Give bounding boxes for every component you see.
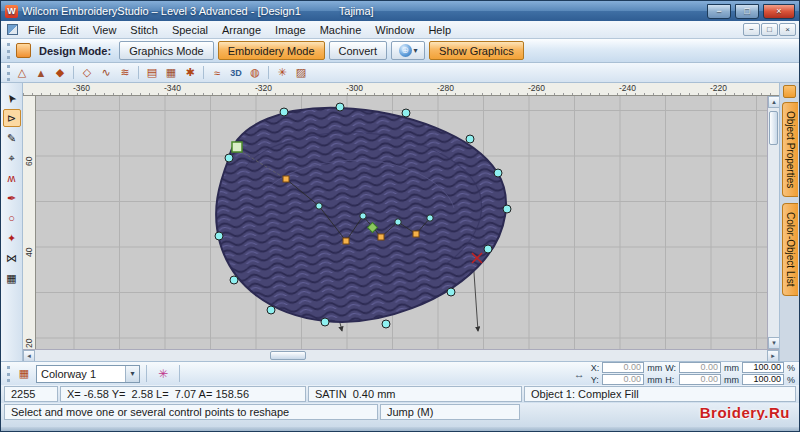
star-tool-button[interactable]: ✦: [3, 229, 21, 247]
vertical-scroll-thumb[interactable]: [769, 111, 778, 145]
color-wheel-icon[interactable]: ✳: [153, 365, 173, 383]
w-label: W:: [665, 363, 676, 373]
colorway-dropdown-button[interactable]: ▾: [125, 366, 139, 382]
menu-edit[interactable]: Edit: [53, 22, 86, 38]
x-field[interactable]: 0.00: [602, 362, 644, 373]
toolbar-separator: [268, 66, 269, 79]
tab-color-object-list[interactable]: Color-Object List: [782, 203, 798, 295]
application-window: W Wilcom EmbroideryStudio – Level 3 Adva…: [0, 0, 800, 432]
scale-x-unit: %: [787, 363, 795, 373]
menu-file[interactable]: File: [21, 22, 53, 38]
mdi-minimize-button[interactable]: −: [743, 23, 760, 36]
ruler-tick: -320: [255, 83, 272, 93]
satin-stitch-icon[interactable]: ▤: [143, 65, 161, 81]
menu-machine[interactable]: Machine: [313, 22, 369, 38]
convert-button[interactable]: Convert: [329, 41, 388, 60]
app-logo-icon: W: [5, 5, 18, 18]
title-bar[interactable]: W Wilcom EmbroideryStudio – Level 3 Adva…: [1, 1, 799, 21]
horizontal-scroll-track[interactable]: [35, 350, 767, 361]
menu-help[interactable]: Help: [421, 22, 458, 38]
menu-image[interactable]: Image: [268, 22, 313, 38]
contour-stitch-icon[interactable]: ≈: [208, 65, 226, 81]
vertical-scrollbar[interactable]: ▴ ▾: [767, 96, 779, 349]
horizontal-scrollbar[interactable]: ◂ ▸: [23, 349, 779, 361]
pencil-tool-button[interactable]: ✎: [3, 129, 21, 147]
design-canvas[interactable]: [36, 96, 767, 349]
ellipse-tool-button[interactable]: ○: [3, 209, 21, 227]
embroidery-mode-button[interactable]: Embroidery Mode: [218, 41, 325, 60]
horizontal-scroll-thumb[interactable]: [270, 351, 306, 360]
pen-tool-button[interactable]: ✒: [3, 189, 21, 207]
close-button[interactable]: ×: [763, 4, 795, 19]
fancy-fill-icon[interactable]: ▨: [292, 65, 310, 81]
document-icon[interactable]: [7, 24, 18, 35]
toolbar-separator: [138, 66, 139, 79]
thread-colors-icon[interactable]: ▦: [15, 366, 33, 382]
stitch-count: 2255: [4, 386, 58, 402]
scale-y-unit: %: [787, 375, 795, 385]
stitch-type-info: SATIN 0.40 mm: [308, 386, 522, 402]
reshape-tool-button[interactable]: ⊳: [3, 109, 21, 127]
menu-arrange[interactable]: Arrange: [215, 22, 268, 38]
toolbar-grip[interactable]: [7, 366, 10, 382]
design-graphics: [36, 96, 767, 349]
show-graphics-button[interactable]: Show Graphics: [429, 41, 524, 60]
mdi-restore-button[interactable]: □: [761, 23, 778, 36]
scale-y-field[interactable]: 100.00: [742, 374, 784, 385]
menu-window[interactable]: Window: [368, 22, 421, 38]
stitch-toolbar-grip[interactable]: [7, 65, 10, 81]
menu-stitch[interactable]: Stitch: [123, 22, 165, 38]
tab-object-properties[interactable]: Object Properties: [782, 102, 798, 197]
scale-x-field[interactable]: 100.00: [742, 362, 784, 373]
x-label: X:: [591, 363, 600, 373]
h-label: H:: [665, 375, 676, 385]
watermark-text: Broidery.Ru: [700, 404, 790, 420]
triple-run-icon[interactable]: ≋: [116, 65, 134, 81]
complex-fill-icon[interactable]: ◇: [78, 65, 96, 81]
mode-toolbar: Design Mode: Graphics Mode Embroidery Mo…: [1, 39, 799, 63]
trapunto-icon[interactable]: ◍: [246, 65, 264, 81]
menu-special[interactable]: Special: [165, 22, 215, 38]
toolbar-separator: [179, 365, 180, 382]
grid-tool-button[interactable]: ▦: [3, 269, 21, 287]
minimize-button[interactable]: −: [707, 4, 731, 19]
freehand-tool-button[interactable]: ʍ: [3, 169, 21, 187]
colorway-select[interactable]: Colorway 1 ▾: [36, 365, 140, 383]
three-d-button[interactable]: 3D: [227, 65, 245, 81]
selected-object-info: Object 1: Complex Fill: [524, 386, 796, 402]
chevron-down-icon: ▾: [130, 369, 134, 378]
y-field[interactable]: 0.00: [602, 374, 644, 385]
entry-point-handle[interactable]: [232, 142, 242, 152]
tatami-stitch-icon[interactable]: ▦: [162, 65, 180, 81]
input-b-icon[interactable]: ▲: [32, 65, 50, 81]
menu-view[interactable]: View: [86, 22, 124, 38]
h-field[interactable]: 0.00: [679, 374, 721, 385]
measure-tool-button[interactable]: ⌖: [3, 149, 21, 167]
select-tool-button[interactable]: ➤: [3, 89, 21, 107]
mdi-close-button[interactable]: ×: [779, 23, 796, 36]
motif-fill-icon[interactable]: ✱: [181, 65, 199, 81]
auto-hide-icon[interactable]: [783, 85, 796, 98]
ruler-tick: -220: [710, 83, 727, 93]
graphics-mode-button[interactable]: Graphics Mode: [119, 41, 214, 60]
hoop-globe-button[interactable]: ⊕ ▾: [391, 41, 425, 60]
stipple-icon[interactable]: ✳: [273, 65, 291, 81]
y-label: Y:: [591, 375, 600, 385]
toolbar-grip[interactable]: [7, 43, 10, 59]
input-c-icon[interactable]: ◆: [51, 65, 69, 81]
mirror-tool-button[interactable]: ⋈: [3, 249, 21, 267]
scale-icon: ↔: [574, 368, 585, 380]
run-stitch-icon[interactable]: ∿: [97, 65, 115, 81]
colorway-toolbar: ▦ Colorway 1 ▾ ✳ ↔ X: 0.00 mm W: 0.00 mm…: [1, 361, 799, 385]
ruler-tick: -240: [619, 83, 636, 93]
w-field[interactable]: 0.00: [679, 362, 721, 373]
ruler-tick: -300: [346, 83, 363, 93]
maximize-button[interactable]: □: [735, 4, 759, 19]
vertical-scroll-track[interactable]: [768, 108, 779, 337]
canvas-zone: -360 -340 -320 -300 -280 -260 -240 -220 …: [23, 83, 779, 361]
input-a-icon[interactable]: △: [13, 65, 31, 81]
y-unit: mm: [647, 375, 662, 385]
select-arrow-icon: ➤: [4, 90, 20, 105]
colorway-value: Colorway 1: [37, 368, 125, 380]
prompt-bar: Select and move one or several control p…: [1, 403, 799, 427]
